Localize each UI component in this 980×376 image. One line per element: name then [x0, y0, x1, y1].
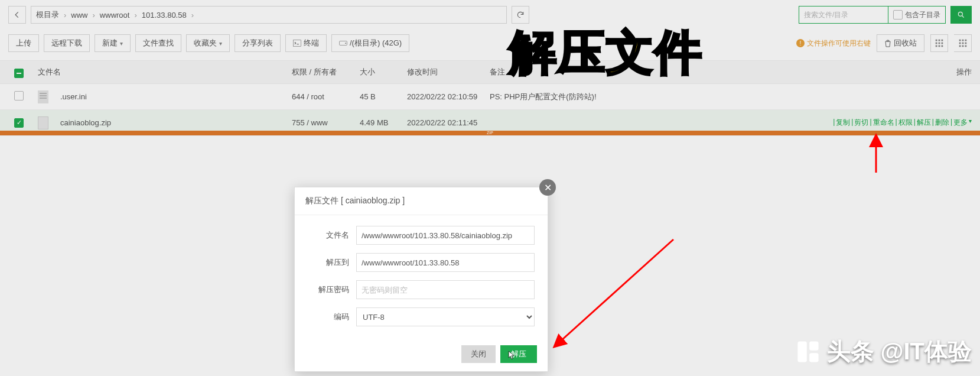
file-size: 45 B — [360, 92, 407, 101]
include-subdir-checkbox[interactable]: 包含子目录 — [888, 7, 945, 23]
table-row[interactable]: ✓ ZIPcainiaoblog.zip 755 / www 4.49 MB 2… — [0, 110, 980, 136]
label-filename: 文件名 — [308, 230, 349, 241]
view-more-button[interactable] — [954, 34, 972, 52]
terminal-button[interactable]: 终端 — [285, 34, 327, 52]
svg-rect-11 — [939, 46, 940, 47]
label-password: 解压密码 — [308, 284, 349, 295]
input-filename[interactable] — [356, 226, 535, 245]
action-rename[interactable]: 重命名 — [873, 118, 894, 128]
close-icon[interactable]: ✕ — [539, 179, 556, 196]
confirm-extract-button[interactable]: 解压 — [500, 345, 537, 363]
dialog-title: 解压文件 [ cainiaoblog.zip ] — [295, 187, 548, 215]
file-icon — [38, 90, 48, 103]
svg-rect-21 — [965, 46, 966, 47]
col-size[interactable]: 大小 — [360, 67, 407, 77]
input-extract-to[interactable] — [356, 253, 535, 272]
action-more[interactable]: 更多 — [953, 118, 968, 128]
favorites-button[interactable]: 收藏夹▾ — [186, 34, 230, 52]
watermark-logo-icon — [795, 339, 821, 365]
file-perm: 755 / www — [292, 118, 360, 127]
svg-rect-9 — [942, 43, 943, 44]
svg-rect-5 — [939, 40, 940, 41]
svg-rect-24 — [798, 341, 807, 362]
crumb-root[interactable]: 根目录 — [36, 9, 59, 20]
arrow-annotation — [549, 236, 679, 356]
recycle-bin-button[interactable]: 回收站 — [877, 34, 924, 52]
file-size: 4.49 MB — [360, 118, 407, 127]
search-box[interactable]: 包含子目录 — [799, 6, 946, 24]
svg-point-3 — [345, 43, 346, 44]
right-click-hint: !文件操作可使用右键 — [796, 38, 871, 48]
breadcrumb[interactable]: 根目录› www› wwwroot› 101.33.80.58› — [31, 6, 507, 24]
col-mtime[interactable]: 修改时间 — [407, 67, 490, 77]
file-mtime: 2022/02/22 02:10:59 — [407, 92, 490, 101]
action-unzip[interactable]: 解压 — [917, 118, 931, 128]
svg-line-23 — [555, 239, 673, 346]
view-grid-button[interactable] — [930, 34, 948, 52]
svg-rect-7 — [936, 43, 937, 44]
search-button[interactable] — [950, 6, 972, 24]
svg-rect-4 — [936, 40, 937, 41]
svg-rect-1 — [294, 40, 301, 47]
action-perm[interactable]: 权限 — [898, 118, 913, 128]
root-disk-button[interactable]: /(根目录) (42G) — [331, 34, 409, 52]
zip-icon: ZIP — [38, 116, 48, 129]
svg-point-0 — [958, 12, 962, 16]
svg-rect-12 — [942, 46, 943, 47]
file-name[interactable]: cainiaoblog.zip — [60, 118, 111, 127]
crumb-wwwroot[interactable]: wwwroot — [100, 11, 130, 20]
input-password[interactable] — [356, 280, 535, 299]
col-permission[interactable]: 权限 / 所有者 — [292, 67, 360, 77]
svg-rect-18 — [965, 43, 966, 44]
col-ops: 操作 — [948, 67, 972, 77]
file-mtime: 2022/02/22 02:11:45 — [407, 118, 490, 127]
label-encoding: 编码 — [308, 312, 349, 322]
cancel-button[interactable]: 关闭 — [461, 345, 496, 363]
svg-rect-13 — [959, 40, 961, 41]
file-note: PS: PHP用户配置文件(防跨站)! — [490, 92, 972, 102]
action-copy[interactable]: 复制 — [836, 118, 850, 128]
table-header: 文件名 权限 / 所有者 大小 修改时间 备注 操作 — [0, 60, 980, 84]
svg-rect-10 — [936, 46, 937, 47]
select-all-checkbox[interactable] — [14, 69, 24, 78]
action-cut[interactable]: 剪切 — [854, 118, 868, 128]
svg-rect-15 — [965, 40, 966, 41]
new-button[interactable]: 新建▾ — [95, 34, 131, 52]
file-perm: 644 / root — [292, 92, 360, 101]
arrow-annotation — [867, 137, 885, 180]
svg-rect-8 — [939, 43, 940, 44]
cursor-icon — [507, 350, 516, 361]
crumb-ip[interactable]: 101.33.80.58 — [142, 11, 187, 20]
share-list-button[interactable]: 分享列表 — [235, 34, 281, 52]
select-encoding[interactable]: UTF-8 — [356, 307, 535, 326]
annotation-title: 解压文件 — [509, 21, 703, 85]
svg-rect-14 — [962, 40, 963, 41]
svg-rect-26 — [810, 353, 819, 362]
label-extract-to: 解压到 — [308, 257, 349, 268]
col-filename[interactable]: 文件名 — [38, 67, 292, 77]
row-checkbox[interactable]: ✓ — [14, 118, 24, 128]
svg-rect-19 — [959, 46, 961, 47]
svg-rect-6 — [942, 40, 943, 41]
back-button[interactable] — [8, 6, 26, 24]
watermark: 头条 @IT体验 — [795, 335, 972, 368]
file-search-button[interactable]: 文件查找 — [135, 34, 181, 52]
upload-button[interactable]: 上传 — [8, 34, 39, 52]
row-checkbox[interactable] — [14, 91, 24, 101]
row-actions: |复制 |剪切 |重命名 |权限 |解压 |删除 |更多▾ — [833, 118, 972, 128]
crumb-www[interactable]: www — [71, 11, 87, 20]
svg-rect-17 — [962, 43, 963, 44]
search-input[interactable] — [799, 7, 888, 23]
svg-rect-16 — [959, 43, 961, 44]
remote-download-button[interactable]: 远程下载 — [44, 34, 90, 52]
svg-rect-25 — [810, 341, 819, 350]
table-row[interactable]: .user.ini 644 / root 45 B 2022/02/22 02:… — [0, 84, 980, 110]
svg-rect-20 — [962, 46, 963, 47]
file-name[interactable]: .user.ini — [60, 92, 87, 101]
action-delete[interactable]: 删除 — [935, 118, 949, 128]
extract-dialog: ✕ 解压文件 [ cainiaoblog.zip ] 文件名 解压到 解压密码 … — [294, 187, 548, 372]
